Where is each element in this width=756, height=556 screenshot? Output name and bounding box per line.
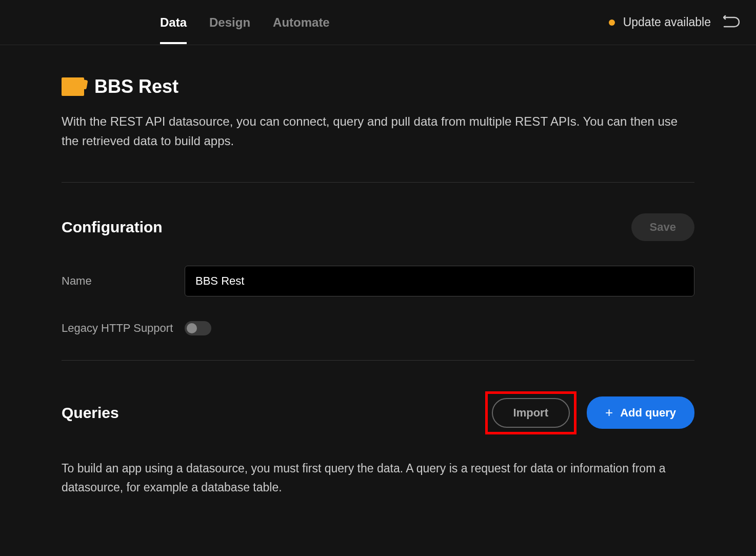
- queries-description: To build an app using a datasource, you …: [62, 459, 694, 497]
- header-right: Update available: [609, 15, 740, 30]
- queries-header: Queries Import + Add query: [62, 391, 694, 434]
- update-dot-icon: [609, 19, 615, 26]
- legacy-http-toggle[interactable]: [185, 321, 211, 335]
- tabs: Data Design Automate: [160, 1, 330, 44]
- page-title: BBS Rest: [94, 76, 178, 97]
- import-button[interactable]: Import: [492, 398, 570, 428]
- datasource-icon: [62, 77, 84, 96]
- name-label: Name: [62, 274, 185, 288]
- content: BBS Rest With the REST API datasource, y…: [0, 45, 756, 527]
- add-query-button[interactable]: + Add query: [587, 396, 694, 429]
- save-button[interactable]: Save: [631, 213, 694, 241]
- divider: [62, 182, 694, 183]
- undo-icon[interactable]: [723, 15, 740, 30]
- update-label: Update available: [623, 15, 711, 29]
- configuration-header: Configuration Save: [62, 213, 694, 241]
- plus-icon: +: [605, 405, 613, 421]
- update-available[interactable]: Update available: [609, 15, 711, 29]
- toggle-knob: [187, 323, 197, 333]
- tab-automate[interactable]: Automate: [273, 1, 330, 44]
- page-description: With the REST API datasource, you can co…: [62, 112, 694, 151]
- name-field-row: Name: [62, 266, 694, 296]
- tab-design[interactable]: Design: [209, 1, 250, 44]
- legacy-http-row: Legacy HTTP Support: [62, 321, 694, 335]
- tab-data[interactable]: Data: [160, 1, 187, 44]
- configuration-title: Configuration: [62, 219, 163, 236]
- queries-buttons: Import + Add query: [485, 391, 694, 434]
- import-highlight: Import: [485, 391, 576, 434]
- name-input[interactable]: [185, 266, 694, 296]
- divider: [62, 360, 694, 361]
- queries-title: Queries: [62, 404, 119, 422]
- title-row: BBS Rest: [62, 76, 694, 97]
- header: Data Design Automate Update available: [0, 0, 756, 45]
- legacy-http-label: Legacy HTTP Support: [62, 322, 185, 335]
- add-query-label: Add query: [620, 406, 676, 420]
